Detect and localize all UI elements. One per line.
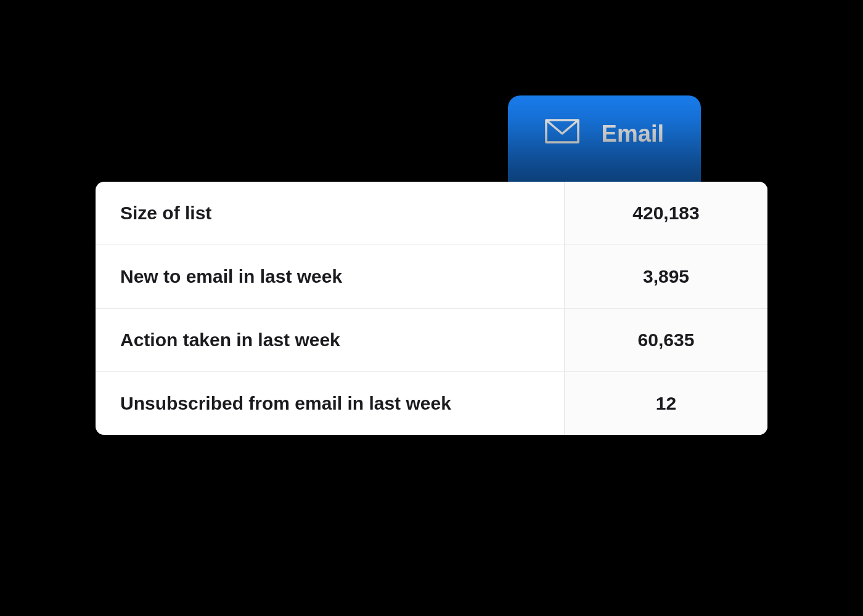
table-row: New to email in last week 3,895 bbox=[96, 245, 767, 309]
envelope-icon bbox=[545, 118, 579, 150]
table-row: Size of list 420,183 bbox=[96, 182, 767, 245]
metric-label: Action taken in last week bbox=[96, 309, 564, 371]
table-row: Unsubscribed from email in last week 12 bbox=[96, 372, 767, 435]
metric-value: 12 bbox=[564, 372, 767, 435]
metric-label: New to email in last week bbox=[96, 245, 564, 308]
stats-card: Size of list 420,183 New to email in las… bbox=[96, 182, 767, 435]
metric-label: Unsubscribed from email in last week bbox=[96, 372, 564, 435]
table-row: Action taken in last week 60,635 bbox=[96, 309, 767, 372]
metric-label: Size of list bbox=[96, 182, 564, 245]
tab-label: Email bbox=[602, 121, 664, 147]
tab-email[interactable]: Email bbox=[508, 95, 701, 187]
stats-widget: Email Size of list 420,183 New to email … bbox=[96, 182, 767, 435]
metric-value: 60,635 bbox=[564, 309, 767, 371]
metric-value: 3,895 bbox=[564, 245, 767, 308]
metric-value: 420,183 bbox=[564, 182, 767, 245]
